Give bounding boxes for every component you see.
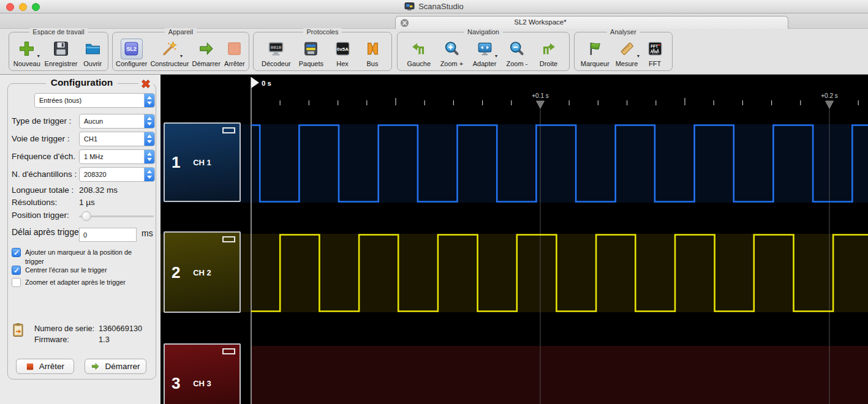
- toolbar-button-label: Bus: [367, 60, 379, 67]
- fft-icon: FFT: [644, 39, 666, 59]
- toolbar-group-title: Espace de travail: [29, 28, 88, 36]
- channel-minimize-icon[interactable]: [222, 348, 235, 354]
- dropdown-arrow-icon[interactable]: ▾: [637, 53, 640, 59]
- channel-box-ch2[interactable]: 2CH 2: [164, 231, 241, 313]
- magic-wand-icon: ▾: [159, 39, 181, 59]
- toolbar-button-start-arrow[interactable]: Démarrer: [192, 39, 220, 67]
- sample-rate-label: Fréquence d'éch.: [12, 152, 75, 161]
- toolbar-group-1: AppareilSL2Configurer▾ConstructeurDémarr…: [112, 32, 249, 71]
- close-window-button[interactable]: [6, 3, 14, 11]
- svg-text:+0.1 s: +0.1 s: [532, 92, 549, 99]
- svg-text:SL2: SL2: [126, 46, 137, 52]
- sample-rate-select[interactable]: 1 MHz: [79, 149, 155, 164]
- titlebar: ScanaStudio: [0, 0, 868, 13]
- add-marker-checkbox-label: Ajouter un marqueur à la position de tri…: [25, 248, 134, 266]
- svg-text:0 s: 0 s: [262, 80, 271, 87]
- firmware-value: 1.3: [99, 335, 110, 344]
- sample-rate-value: 1 MHz: [80, 153, 144, 160]
- trigger-channel-select[interactable]: CH1: [79, 132, 155, 146]
- configuration-pane: Configuration Entrées (tous) Type de tri…: [0, 75, 160, 404]
- window-title: ScanaStudio: [418, 2, 464, 11]
- workspace-tab[interactable]: SL2 Workspace*: [395, 16, 788, 29]
- hex-0x5a-icon: 0x5A: [331, 39, 353, 59]
- toolbar-button-pan-left[interactable]: Gauche: [407, 39, 431, 67]
- open-folder-icon: [81, 39, 104, 59]
- channel-name: CH 2: [165, 267, 240, 277]
- bus-icon: [361, 39, 383, 59]
- start-button-label: Démarrer: [105, 362, 140, 371]
- toolbar-button-label: Paquets: [299, 60, 323, 67]
- toolbar-button-label: Ouvrir: [83, 60, 102, 67]
- channel-minimize-icon[interactable]: [222, 236, 235, 242]
- decoder-monitor-icon: 0010: [265, 39, 287, 59]
- trigger-position-label: Position trigger:: [12, 211, 69, 220]
- toolbar-button-label: Configurer: [116, 60, 147, 67]
- serial-label: Numero de serie:: [34, 324, 94, 333]
- toolbar-button-marker-flag[interactable]: Marqueur: [581, 39, 609, 67]
- waveform-viewer[interactable]: 0 s+0.1 s+0.2 s 1CH 12CH 23CH 3: [160, 75, 868, 404]
- channel-box-ch3[interactable]: 3CH 3: [164, 343, 241, 404]
- toolbar-button-open-folder[interactable]: Ouvrir: [81, 39, 104, 67]
- total-length-value: 208.32 ms: [79, 185, 118, 195]
- toolbar-button-packets[interactable]: Paquets: [299, 39, 323, 67]
- slider-thumb[interactable]: [81, 211, 91, 221]
- configuration-close-icon[interactable]: [138, 77, 153, 91]
- toolbar-button-bus[interactable]: Bus: [361, 39, 383, 67]
- toolbar-button-label: Gauche: [407, 60, 431, 67]
- stop-square-icon: [26, 362, 34, 371]
- select-stepper-icon: [144, 114, 154, 128]
- toolbar-button-stop-square[interactable]: Arrêter: [224, 39, 246, 67]
- zoom-fit-checkbox[interactable]: [12, 278, 21, 287]
- zoom-out-icon: [506, 39, 528, 59]
- toolbar-button-label: Adapter: [473, 60, 497, 67]
- toolbar-button-new-plus[interactable]: ▾Nouveau: [13, 39, 40, 67]
- firmware-label: Firmware:: [34, 335, 69, 344]
- trigger-type-select[interactable]: Aucun: [79, 114, 155, 129]
- toolbar-button-measure-ruler[interactable]: ▾Mesure: [616, 39, 638, 67]
- toolbar-group-3: NavigationGaucheZoom +▾AdapterZoom -Droi…: [397, 32, 570, 71]
- channel-box-ch1[interactable]: 1CH 1: [164, 122, 241, 202]
- center-screen-checkbox-label: Centrer l'écran sur le trigger: [25, 266, 134, 275]
- tab-label: SL2 Workspace*: [514, 18, 566, 26]
- toolbar-button-zoom-in[interactable]: Zoom +: [440, 39, 464, 67]
- scanastudio-window: ScanaStudio SL2 Workspace* Espace de tra…: [0, 0, 868, 404]
- toolbar-button-hex-0x5a[interactable]: 0x5AHex: [331, 39, 353, 67]
- toolbar-button-magic-wand[interactable]: ▾Constructeur: [150, 39, 189, 67]
- trigger-position-slider[interactable]: [79, 211, 154, 221]
- select-stepper-icon: [144, 132, 154, 146]
- toolbar-button-pan-right[interactable]: Droite: [537, 39, 559, 67]
- toolbar-button-decoder-monitor[interactable]: 0010Décodeur: [262, 39, 291, 67]
- configuration-panel: Configuration Entrées (tous) Type de tri…: [7, 83, 156, 380]
- configuration-panel-title: Configuration: [46, 77, 118, 88]
- dropdown-arrow-icon[interactable]: ▾: [37, 53, 40, 59]
- tab-close-icon[interactable]: [400, 18, 409, 28]
- waveform-plot: 0 s+0.1 s+0.2 s: [160, 75, 868, 404]
- center-screen-checkbox[interactable]: [12, 266, 21, 275]
- add-marker-checkbox[interactable]: [12, 248, 21, 257]
- trigger-delay-input[interactable]: [79, 228, 137, 242]
- channel-minimize-icon[interactable]: [222, 127, 235, 133]
- minimize-window-button[interactable]: [19, 3, 27, 11]
- dropdown-arrow-icon[interactable]: ▾: [180, 53, 183, 59]
- fit-view-icon: ▾: [474, 39, 496, 59]
- inputs-scope-select[interactable]: Entrées (tous): [34, 93, 155, 108]
- sample-count-select[interactable]: 208320: [79, 167, 155, 182]
- toolbar-button-fft[interactable]: FFTFFT: [644, 39, 666, 67]
- toolbar-button-label: Nouveau: [13, 60, 40, 67]
- sl2-device-icon: SL2: [121, 39, 143, 59]
- channel-name: CH 1: [165, 158, 240, 167]
- dropdown-arrow-icon[interactable]: ▾: [495, 53, 497, 59]
- toolbar-button-sl2-device[interactable]: SL2Configurer: [116, 39, 147, 67]
- toolbar-button-label: Décodeur: [262, 60, 291, 67]
- pan-right-icon: [537, 39, 559, 59]
- toolbar-button-zoom-out[interactable]: Zoom -: [506, 39, 528, 67]
- zoom-window-button[interactable]: [32, 3, 40, 11]
- toolbar-button-save-floppy[interactable]: Enregistrer: [45, 39, 78, 67]
- toolbar-button-fit-view[interactable]: ▾Adapter: [473, 39, 497, 67]
- content-area: Configuration Entrées (tous) Type de tri…: [0, 75, 868, 404]
- stop-button[interactable]: Arrêter: [16, 359, 74, 374]
- sample-count-value: 208320: [80, 171, 144, 178]
- inputs-scope-value: Entrées (tous): [35, 97, 144, 104]
- svg-text:+0.2 s: +0.2 s: [821, 92, 838, 99]
- start-button[interactable]: Démarrer: [85, 359, 146, 374]
